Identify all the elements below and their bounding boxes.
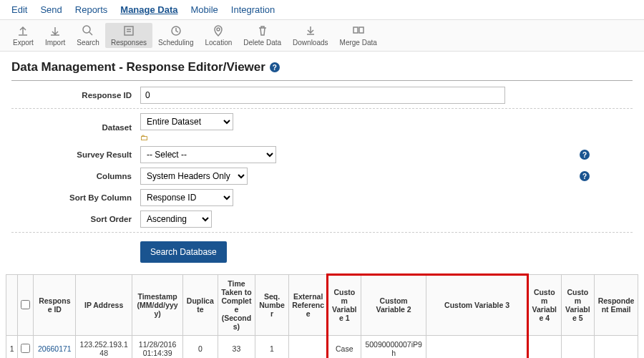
svg-rect-1 bbox=[125, 26, 133, 35]
import-icon bbox=[49, 24, 62, 37]
cell-ip: 123.252.193.148 bbox=[76, 336, 132, 359]
th-cv4: Custom Variable 4 bbox=[527, 275, 561, 336]
th-checkbox bbox=[18, 275, 34, 336]
select-survey-result[interactable]: -- Select -- bbox=[140, 146, 276, 163]
folder-icon[interactable]: 🗀 bbox=[140, 133, 233, 142]
checkbox-all[interactable] bbox=[21, 300, 30, 309]
label-survey-result: Survey Result bbox=[11, 150, 140, 159]
cell-timestamp: 11/28/2016 01:14:39 bbox=[132, 336, 183, 359]
th-ext-ref: External Reference bbox=[288, 275, 328, 336]
th-duplicate: Duplicate bbox=[183, 275, 218, 336]
th-seq: Seq. Number bbox=[255, 275, 289, 336]
help-icon[interactable]: ? bbox=[270, 62, 280, 72]
location-icon bbox=[212, 24, 225, 37]
delete-icon bbox=[256, 24, 269, 37]
cell-checkbox bbox=[18, 336, 34, 359]
cell-rownum: 1 bbox=[6, 336, 18, 359]
cell-response-id[interactable]: 20660171 bbox=[34, 336, 76, 359]
input-response-id[interactable] bbox=[140, 87, 505, 104]
select-columns[interactable]: System Headers Only bbox=[140, 168, 248, 185]
divider-dashed bbox=[11, 108, 633, 109]
cell-ext-ref bbox=[288, 336, 328, 359]
label-sort-order: Sort Order bbox=[11, 215, 140, 223]
cell-cv1: Case bbox=[328, 336, 361, 359]
divider bbox=[11, 80, 633, 81]
cell-seq: 1 bbox=[255, 336, 289, 359]
divider-dashed bbox=[11, 232, 633, 233]
nav-integration[interactable]: Integration bbox=[231, 4, 275, 15]
nav-manage-data[interactable]: Manage Data bbox=[120, 4, 177, 15]
cell-cv3 bbox=[426, 336, 528, 359]
th-rownum bbox=[6, 275, 18, 336]
help-icon-survey[interactable]: ? bbox=[580, 150, 590, 160]
th-time-taken: Time Taken to Complete (Seconds) bbox=[218, 275, 255, 336]
label-response-id: Response ID bbox=[11, 91, 140, 100]
page-title: Data Management - Response Editor/Viewer bbox=[11, 60, 265, 74]
tool-downloads[interactable]: Downloads bbox=[287, 23, 333, 48]
cell-cv4 bbox=[527, 336, 561, 359]
tool-responses[interactable]: Responses bbox=[105, 23, 152, 48]
tool-search[interactable]: Search bbox=[71, 23, 105, 48]
results-table: Response ID IP Address Timestamp (MM/dd/… bbox=[6, 274, 638, 358]
th-cv3: Custom Variable 3 bbox=[426, 275, 528, 336]
nav-mobile[interactable]: Mobile bbox=[191, 4, 218, 15]
th-cv2: Custom Variable 2 bbox=[361, 275, 426, 336]
merge-icon bbox=[352, 24, 365, 37]
scheduling-icon bbox=[170, 24, 182, 37]
svg-point-3 bbox=[217, 28, 220, 31]
nav-reports[interactable]: Reports bbox=[75, 4, 108, 15]
tool-delete-data[interactable]: Delete Data bbox=[238, 23, 287, 48]
select-sort-order[interactable]: Ascending bbox=[140, 211, 212, 228]
label-dataset: Dataset bbox=[11, 123, 140, 132]
help-icon-columns[interactable]: ? bbox=[580, 171, 590, 181]
cell-cv2: 50090000007iP9h bbox=[361, 336, 426, 359]
search-database-button[interactable]: Search Database bbox=[140, 241, 227, 263]
label-sort-by: Sort By Column bbox=[11, 193, 140, 202]
cell-cv5 bbox=[561, 336, 595, 359]
svg-point-0 bbox=[83, 26, 90, 33]
svg-rect-5 bbox=[359, 27, 364, 33]
select-dataset[interactable]: Entire Dataset bbox=[140, 113, 233, 130]
svg-rect-4 bbox=[353, 27, 358, 33]
tool-import[interactable]: Import bbox=[39, 23, 71, 48]
nav-send[interactable]: Send bbox=[40, 4, 62, 15]
th-ip: IP Address bbox=[76, 275, 132, 336]
cell-duplicate: 0 bbox=[183, 336, 218, 359]
th-cv1: Custom Variable 1 bbox=[328, 275, 361, 336]
tool-export[interactable]: Export bbox=[7, 23, 39, 48]
cell-email bbox=[595, 336, 638, 359]
tool-scheduling[interactable]: Scheduling bbox=[152, 23, 199, 48]
responses-icon bbox=[122, 24, 135, 37]
downloads-icon bbox=[304, 24, 317, 37]
tool-location[interactable]: Location bbox=[199, 23, 238, 48]
search-icon bbox=[82, 24, 94, 37]
th-email: Respondent Email bbox=[595, 275, 638, 336]
export-icon bbox=[16, 24, 29, 37]
th-timestamp: Timestamp (MM/dd/yyyy) bbox=[132, 275, 183, 336]
label-columns: Columns bbox=[11, 172, 140, 180]
row-checkbox[interactable] bbox=[21, 344, 30, 353]
th-cv5: Custom Variable 5 bbox=[561, 275, 595, 336]
select-sort-by[interactable]: Response ID bbox=[140, 189, 233, 206]
table-row: 120660171123.252.193.14811/28/2016 01:14… bbox=[6, 336, 638, 359]
cell-time-taken: 33 bbox=[218, 336, 255, 359]
nav-edit[interactable]: Edit bbox=[11, 4, 27, 15]
th-response-id: Response ID bbox=[34, 275, 76, 336]
tool-merge-data[interactable]: Merge Data bbox=[334, 23, 383, 48]
